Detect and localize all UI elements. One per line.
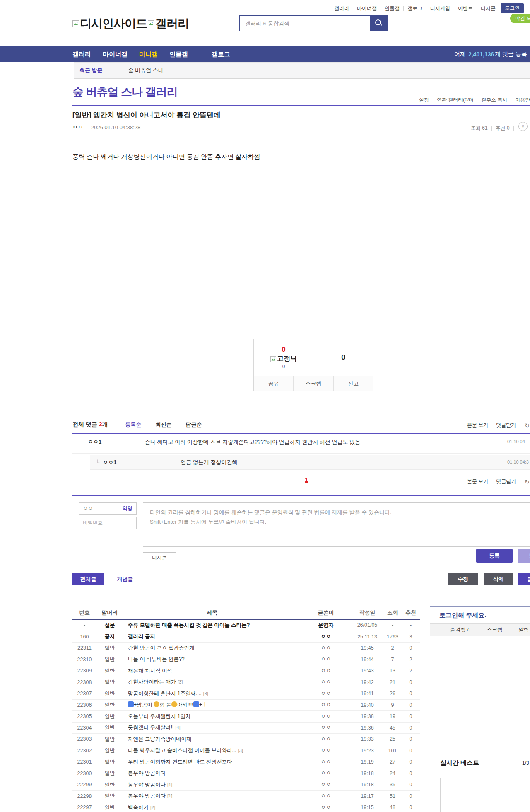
close-comments-link[interactable]: 댓글닫기 (496, 422, 516, 429)
post-link[interactable]: 니들 이 버튜버는 안봄?? (123, 656, 301, 663)
toplink-gallery[interactable]: 갤러리 (334, 5, 349, 12)
post-link[interactable]: 백숙아가[2] (123, 804, 301, 811)
post-author[interactable]: ㅇㅇ (301, 770, 351, 777)
post-category[interactable]: 일반 (96, 645, 123, 652)
refresh-comments-icon[interactable]: ↻ (525, 422, 530, 429)
post-author[interactable]: ㅇㅇ (301, 645, 351, 652)
post-author[interactable]: ㅇㅇ (301, 679, 351, 686)
recent-visit-label[interactable]: 최근 방문 (80, 67, 103, 74)
post-author[interactable]: ㅇㅇ (301, 793, 351, 800)
alerts-link[interactable]: 알림 (519, 626, 529, 633)
post-category[interactable]: 일반 (96, 713, 123, 720)
comment-author[interactable]: ㅇㅇ1 (88, 438, 145, 446)
post-author[interactable]: ㅇㅇ (301, 701, 351, 708)
refresh-comments-icon[interactable]: ↻ (525, 479, 530, 485)
view-post-link[interactable]: 본문 보기 (467, 422, 488, 429)
post-category[interactable]: 일반 (96, 667, 123, 674)
post-author[interactable]: ㅇㅇ (301, 656, 351, 663)
view-post-link[interactable]: 본문 보기 (467, 478, 488, 485)
post-category[interactable]: 일반 (96, 804, 123, 811)
upvote-count[interactable]: 0 (282, 346, 285, 354)
gallery-settings-link[interactable]: 설정 (419, 97, 429, 104)
write-button[interactable]: 글쓰기 (518, 573, 530, 585)
comment-submit-button-secondary[interactable]: 등록 (518, 549, 530, 563)
post-category[interactable]: 일반 (96, 679, 123, 686)
post-category[interactable]: 설문 (96, 622, 123, 629)
post-category[interactable]: 일반 (96, 793, 123, 800)
post-author[interactable]: ㅇㅇ (301, 724, 351, 731)
toplink-dccon[interactable]: 디시콘 (481, 5, 496, 12)
anonymous-tab[interactable]: 익명 (123, 505, 132, 512)
nav-item-gallery[interactable]: 갤러리 (72, 51, 91, 58)
sort-tab-registered[interactable]: 등록순 (125, 421, 142, 428)
toplink-minor-gallery[interactable]: 마이너갤 (357, 5, 377, 12)
post-author[interactable]: ㅇㅇ (301, 667, 351, 674)
gallery-title[interactable]: 숲 버츄얼 스나 갤러리 (72, 85, 178, 99)
post-author[interactable]: ㅇㅇ (301, 633, 351, 640)
comment-password-field[interactable] (79, 517, 137, 529)
post-author[interactable]: ㅇㅇ (72, 123, 83, 131)
sort-tab-replies[interactable]: 답글순 (186, 421, 202, 428)
report-button[interactable]: 신고 (333, 376, 373, 391)
post-more-icon[interactable]: ∨ (518, 122, 528, 131)
post-category[interactable]: 일반 (96, 781, 123, 788)
post-author[interactable]: ㅇㅇ (301, 759, 351, 766)
post-link[interactable]: 지앤은 그냥가족방이네이제 (123, 736, 301, 743)
usage-guide-link[interactable]: 이용안내 (515, 97, 530, 104)
comment-textarea[interactable]: 타인의 권리를 침해하거나 명예를 훼손하는 댓글은 운영원칙 및 관련 법률에… (143, 502, 530, 547)
post-category[interactable]: 일반 (96, 747, 123, 754)
scrap-link[interactable]: 스크랩 (487, 626, 503, 633)
post-link[interactable]: 갤러리 공지 (123, 633, 301, 640)
toplink-person-gallery[interactable]: 인물갤 (385, 5, 400, 12)
nav-item-gallog[interactable]: 갤로그 (212, 51, 230, 58)
best-thumbnail[interactable] (440, 778, 493, 812)
post-author[interactable]: ㅇㅇ (301, 804, 351, 811)
post-author[interactable]: ㅇㅇ (301, 747, 351, 754)
post-category[interactable]: 일반 (96, 736, 123, 743)
post-category[interactable]: 일반 (96, 770, 123, 777)
night-mode-button[interactable]: 야간 모드 (510, 14, 530, 23)
toplink-dcgame[interactable]: 디시게임 (430, 5, 450, 12)
best-posts-button[interactable]: 개념글 (108, 573, 142, 585)
post-link[interactable]: 봉우야 망곰아다 (123, 770, 301, 777)
downvote-count[interactable]: 0 (341, 353, 345, 362)
copy-url-link[interactable]: 갤주소 복사 (481, 97, 507, 104)
sort-tab-newest[interactable]: 최신순 (156, 421, 172, 428)
nav-item-minor-gallery[interactable]: 마이너갤 (103, 51, 128, 58)
nav-item-person-gallery[interactable]: 인물갤 (169, 51, 188, 58)
login-button[interactable]: 로그인 (501, 3, 524, 13)
dccon-button[interactable]: 디시콘 (143, 552, 176, 563)
post-author[interactable]: 운영자 (301, 622, 351, 629)
share-button[interactable]: 공유 (254, 376, 293, 391)
recent-gallery-link[interactable]: 숲 버츄얼 스나 (128, 67, 164, 74)
related-gallery-link[interactable]: 연관 갤러리(0/0) (437, 97, 473, 104)
scrap-button[interactable]: 스크랩 (293, 376, 333, 391)
search-button[interactable] (370, 15, 388, 31)
post-category[interactable]: 일반 (96, 690, 123, 697)
post-link[interactable]: 봉우야 망곰이다[1] (123, 793, 301, 800)
post-author[interactable]: ㅇㅇ (301, 690, 351, 697)
post-link[interactable]: 주류 모델하면 매출 폭등시킬 것 같은 아이돌 스타는? (123, 622, 301, 629)
post-category[interactable]: 일반 (96, 759, 123, 766)
all-posts-button[interactable]: 전체글 (72, 573, 104, 585)
toplink-event[interactable]: 이벤트 (458, 5, 473, 12)
post-link[interactable]: 강현사단이라는 애가[3] (123, 679, 301, 686)
post-link[interactable]: 우리 망곰이형까지 건드리면 바로 전쟁선포다 (123, 759, 301, 766)
post-link[interactable]: 못참겠다 우재살려!![4] (123, 724, 301, 731)
comment-page-1[interactable]: 1 (305, 476, 308, 483)
post-category[interactable]: 일반 (96, 701, 123, 708)
post-category[interactable]: 공지 (96, 633, 123, 640)
delete-button[interactable]: 삭제 (484, 573, 513, 585)
post-link[interactable]: 강현 망곰이 ㄹㅇ 씹관종인게 (123, 645, 301, 652)
best-thumbnail[interactable] (499, 778, 530, 812)
post-author[interactable]: ㅇㅇ (301, 781, 351, 788)
search-input[interactable] (239, 15, 370, 31)
post-link[interactable]: 봉우야 망곰이다[1] (123, 781, 301, 788)
toplink-gallog[interactable]: 갤로그 (407, 5, 422, 12)
edit-button[interactable]: 수정 (448, 573, 478, 585)
post-link[interactable]: 다들 싸우지말고 숲버스나갤 아이돌 보러와라...[3] (123, 747, 301, 754)
post-link[interactable]: 오늘부터 우재챌린지 1일차 (123, 713, 301, 720)
close-comments-link[interactable]: 댓글닫기 (496, 478, 516, 485)
comment-submit-button[interactable]: 등록 (476, 549, 513, 563)
post-category[interactable]: 일반 (96, 656, 123, 663)
